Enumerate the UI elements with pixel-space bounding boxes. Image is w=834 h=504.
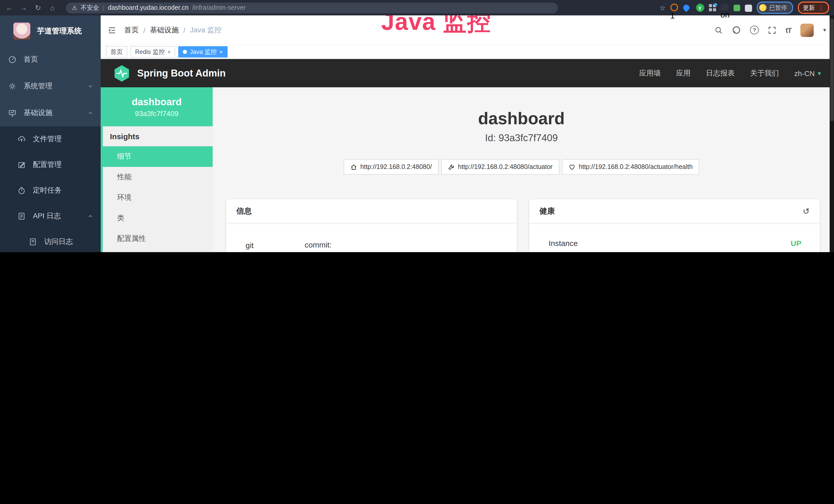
green-extension-icon[interactable]: [733, 5, 740, 11]
sba-nav-applications[interactable]: 应用: [676, 69, 691, 78]
actuator-url-link[interactable]: http://192.168.0.2:48080/actuator: [441, 159, 559, 175]
menu-item-details[interactable]: 细节: [103, 146, 213, 167]
tab-close-icon[interactable]: ×: [168, 49, 171, 55]
browser-menu-kebab-icon[interactable]: ⋮: [818, 4, 824, 11]
menu-item-config-props[interactable]: 配置属性: [103, 229, 213, 249]
browser-back-icon[interactable]: ←: [5, 4, 13, 11]
service-url-link[interactable]: http://192.168.0.2:48080/: [344, 159, 438, 175]
sidebar-item-label: API 日志: [33, 211, 61, 221]
on-panel-icon: [721, 4, 728, 10]
font-size-icon[interactable]: tT: [786, 26, 791, 34]
browser-forward-icon[interactable]: →: [20, 4, 28, 11]
breadcrumb-infrastructure[interactable]: 基础设施: [150, 25, 179, 35]
sidebar-item-home[interactable]: 首页: [0, 46, 101, 73]
grid-extension-icon[interactable]: [709, 4, 716, 11]
chevron-down-icon: [87, 83, 93, 89]
on-extension-icon[interactable]: on: [721, 4, 729, 12]
search-icon[interactable]: [715, 26, 723, 34]
github-icon[interactable]: [732, 26, 741, 35]
screen: ← → ↻ ⌂ ⚠ 不安全 | dashboard.yudao.iocoder.…: [0, 0, 834, 252]
pin-shape-icon: [682, 3, 690, 12]
help-question-icon[interactable]: ?: [750, 26, 759, 35]
log-document-icon: [18, 212, 26, 220]
refresh-extension-icon[interactable]: 1: [670, 4, 678, 12]
health-history-icon[interactable]: ↺: [803, 206, 810, 216]
bookmark-star-icon[interactable]: ☆: [660, 4, 665, 12]
sba-nav: 应用墙 应用 日志报表 关于我们 zh-CN ▾: [639, 69, 821, 78]
sba-nav-journal[interactable]: 日志报表: [706, 69, 735, 78]
tab-redis-monitor[interactable]: Redis 监控 ×: [130, 46, 175, 58]
sba-logo-icon: [113, 65, 130, 82]
address-bar[interactable]: ⚠ 不安全 | dashboard.yudao.iocoder.cn /infr…: [66, 2, 558, 13]
sba-nav-wallboard[interactable]: 应用墙: [639, 69, 661, 78]
cloud-upload-icon: [18, 135, 26, 143]
sidebar-item-label: 配置管理: [33, 160, 62, 169]
sidebar-item-config-management[interactable]: 配置管理: [0, 152, 101, 178]
fullscreen-icon[interactable]: [768, 26, 776, 34]
sidebar-fold-icon[interactable]: [108, 26, 116, 34]
health-url-link[interactable]: http://192.168.0.2:48080/actuator/health: [562, 159, 699, 175]
page-scrollbar[interactable]: [830, 16, 834, 252]
admin-sidebar: 芋道管理系统 首页 系统管理 基础设施 文件管理 配置管理: [0, 16, 101, 252]
log-document-icon: [29, 238, 37, 246]
menu-item-classes[interactable]: 类: [103, 208, 213, 229]
refresh-ring-icon: [670, 4, 678, 11]
profile-paused-chip[interactable]: 已暂停: [756, 2, 793, 14]
breadcrumb: 首页 / 基础设施 / Java 监控: [124, 25, 222, 35]
tags-view-bar: 首页 Redis 监控 × Java 监控 ×: [101, 45, 834, 59]
avatar-caret-down-icon[interactable]: ▾: [823, 27, 826, 33]
url-path[interactable]: /infra/admin-server: [192, 4, 245, 11]
pin-extension-icon[interactable]: [683, 4, 691, 12]
git-commit-line: commit:: [305, 238, 387, 252]
home-icon: [350, 164, 357, 170]
not-secure-warning-icon: ⚠: [72, 4, 77, 11]
menu-item-metrics[interactable]: 性能: [103, 167, 213, 187]
tab-java-monitor[interactable]: Java 监控 ×: [178, 46, 227, 58]
info-value: commit: time: 1596289704000 id: 27aa832 …: [305, 238, 387, 252]
extensions-puzzle-icon[interactable]: [745, 4, 752, 12]
sba-nav-about[interactable]: 关于我们: [750, 69, 779, 78]
sidebar-item-api-logs[interactable]: API 日志: [0, 203, 101, 229]
not-secure-label[interactable]: 不安全: [81, 3, 99, 12]
scrollbar-thumb[interactable]: [830, 19, 834, 121]
health-instance-row[interactable]: Instance UP: [540, 239, 810, 252]
git-time-line: time: 1596289704000: [305, 252, 387, 252]
breadcrumb-home[interactable]: 首页: [124, 25, 139, 35]
update-label: 更新: [803, 4, 815, 12]
menu-item-scheduled-tasks[interactable]: 计划任务: [103, 249, 213, 252]
browser-update-button[interactable]: 更新 ⋮: [798, 2, 829, 14]
sba-brand-title: Spring Boot Admin: [137, 68, 226, 79]
tab-label: Redis 监控: [135, 47, 165, 56]
sidebar-item-access-logs[interactable]: 访问日志: [0, 229, 101, 252]
app-logo-row[interactable]: 芋道管理系统: [0, 16, 101, 46]
sidebar-item-label: 系统管理: [24, 82, 52, 91]
chevron-up-icon: [87, 213, 93, 219]
sidebar-item-scheduled-tasks[interactable]: 定时任务: [0, 178, 101, 203]
menu-item-environment[interactable]: 环境: [103, 187, 213, 208]
grid-sq-icon: [709, 8, 712, 11]
instance-links: http://192.168.0.2:48080/ http://192.168…: [213, 159, 830, 175]
sidebar-item-infrastructure[interactable]: 基础设施: [0, 100, 101, 126]
dashboard-gauge-icon: [8, 55, 17, 64]
instance-header[interactable]: dashboard 93a3fc7f7409: [101, 87, 213, 126]
timer-icon: [18, 186, 26, 194]
tab-home[interactable]: 首页: [106, 46, 127, 58]
health-status-badge: UP: [791, 239, 810, 248]
browser-home-icon[interactable]: ⌂: [48, 4, 57, 11]
url-host[interactable]: dashboard.yudao.iocoder.cn: [108, 4, 189, 11]
sidebar-item-label: 定时任务: [33, 186, 62, 195]
y-logo-extension-icon[interactable]: y: [696, 4, 704, 12]
wrench-icon: [448, 164, 454, 170]
locale-select[interactable]: zh-CN ▾: [794, 69, 821, 77]
tab-close-icon[interactable]: ×: [219, 49, 223, 55]
edit-icon: [18, 161, 26, 169]
user-avatar[interactable]: [800, 23, 814, 37]
breadcrumb-separator: /: [143, 26, 146, 34]
sba-header: Spring Boot Admin 应用墙 应用 日志报表 关于我们 zh-CN…: [101, 59, 834, 87]
browser-reload-icon[interactable]: ↻: [34, 4, 42, 11]
profile-emoji-icon: [759, 4, 766, 11]
sba-brand[interactable]: Spring Boot Admin: [113, 65, 226, 82]
monitor-chart-icon: [8, 109, 17, 117]
sidebar-item-system[interactable]: 系统管理: [0, 73, 101, 100]
sidebar-item-file-management[interactable]: 文件管理: [0, 126, 101, 152]
